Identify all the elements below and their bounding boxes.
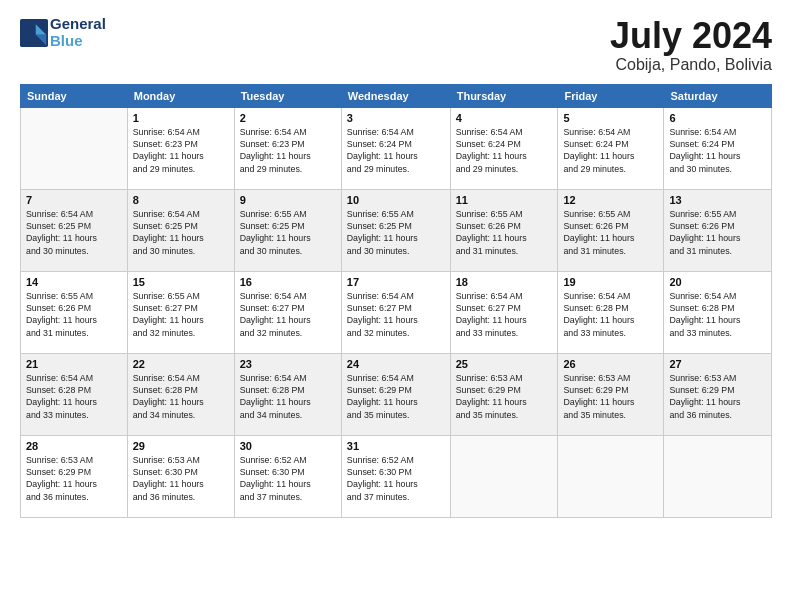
logo-icon	[20, 19, 48, 47]
day-number: 31	[347, 440, 445, 452]
day-info: Sunrise: 6:54 AM Sunset: 6:27 PM Dayligh…	[456, 290, 553, 339]
day-info: Sunrise: 6:54 AM Sunset: 6:28 PM Dayligh…	[26, 372, 122, 421]
day-info: Sunrise: 6:54 AM Sunset: 6:24 PM Dayligh…	[456, 126, 553, 175]
table-row: 15Sunrise: 6:55 AM Sunset: 6:27 PM Dayli…	[127, 271, 234, 353]
day-info: Sunrise: 6:55 AM Sunset: 6:27 PM Dayligh…	[133, 290, 229, 339]
table-row: 3Sunrise: 6:54 AM Sunset: 6:24 PM Daylig…	[341, 107, 450, 189]
calendar-header-row: Sunday Monday Tuesday Wednesday Thursday…	[21, 84, 772, 107]
day-number: 5	[563, 112, 658, 124]
day-number: 12	[563, 194, 658, 206]
day-info: Sunrise: 6:53 AM Sunset: 6:29 PM Dayligh…	[669, 372, 766, 421]
day-info: Sunrise: 6:54 AM Sunset: 6:28 PM Dayligh…	[669, 290, 766, 339]
day-number: 15	[133, 276, 229, 288]
table-row: 7Sunrise: 6:54 AM Sunset: 6:25 PM Daylig…	[21, 189, 128, 271]
table-row: 8Sunrise: 6:54 AM Sunset: 6:25 PM Daylig…	[127, 189, 234, 271]
day-number: 9	[240, 194, 336, 206]
day-number: 7	[26, 194, 122, 206]
day-number: 10	[347, 194, 445, 206]
col-thursday: Thursday	[450, 84, 558, 107]
day-number: 21	[26, 358, 122, 370]
day-info: Sunrise: 6:54 AM Sunset: 6:23 PM Dayligh…	[240, 126, 336, 175]
day-info: Sunrise: 6:54 AM Sunset: 6:28 PM Dayligh…	[563, 290, 658, 339]
table-row: 13Sunrise: 6:55 AM Sunset: 6:26 PM Dayli…	[664, 189, 772, 271]
day-info: Sunrise: 6:52 AM Sunset: 6:30 PM Dayligh…	[347, 454, 445, 503]
day-number: 11	[456, 194, 553, 206]
day-info: Sunrise: 6:53 AM Sunset: 6:30 PM Dayligh…	[133, 454, 229, 503]
day-info: Sunrise: 6:52 AM Sunset: 6:30 PM Dayligh…	[240, 454, 336, 503]
logo: General Blue	[20, 16, 106, 49]
day-number: 18	[456, 276, 553, 288]
table-row: 6Sunrise: 6:54 AM Sunset: 6:24 PM Daylig…	[664, 107, 772, 189]
day-number: 2	[240, 112, 336, 124]
table-row: 22Sunrise: 6:54 AM Sunset: 6:28 PM Dayli…	[127, 353, 234, 435]
day-number: 14	[26, 276, 122, 288]
svg-rect-4	[22, 33, 34, 45]
calendar-week-row: 7Sunrise: 6:54 AM Sunset: 6:25 PM Daylig…	[21, 189, 772, 271]
day-info: Sunrise: 6:53 AM Sunset: 6:29 PM Dayligh…	[563, 372, 658, 421]
day-info: Sunrise: 6:54 AM Sunset: 6:29 PM Dayligh…	[347, 372, 445, 421]
day-info: Sunrise: 6:54 AM Sunset: 6:24 PM Dayligh…	[347, 126, 445, 175]
calendar-week-row: 28Sunrise: 6:53 AM Sunset: 6:29 PM Dayli…	[21, 435, 772, 517]
day-info: Sunrise: 6:53 AM Sunset: 6:29 PM Dayligh…	[26, 454, 122, 503]
table-row	[664, 435, 772, 517]
day-number: 16	[240, 276, 336, 288]
col-monday: Monday	[127, 84, 234, 107]
table-row: 29Sunrise: 6:53 AM Sunset: 6:30 PM Dayli…	[127, 435, 234, 517]
subtitle: Cobija, Pando, Bolivia	[610, 56, 772, 74]
table-row: 4Sunrise: 6:54 AM Sunset: 6:24 PM Daylig…	[450, 107, 558, 189]
table-row: 5Sunrise: 6:54 AM Sunset: 6:24 PM Daylig…	[558, 107, 664, 189]
table-row: 16Sunrise: 6:54 AM Sunset: 6:27 PM Dayli…	[234, 271, 341, 353]
table-row: 24Sunrise: 6:54 AM Sunset: 6:29 PM Dayli…	[341, 353, 450, 435]
day-number: 22	[133, 358, 229, 370]
day-number: 28	[26, 440, 122, 452]
day-info: Sunrise: 6:54 AM Sunset: 6:27 PM Dayligh…	[240, 290, 336, 339]
table-row: 1Sunrise: 6:54 AM Sunset: 6:23 PM Daylig…	[127, 107, 234, 189]
day-info: Sunrise: 6:55 AM Sunset: 6:26 PM Dayligh…	[669, 208, 766, 257]
table-row: 23Sunrise: 6:54 AM Sunset: 6:28 PM Dayli…	[234, 353, 341, 435]
day-info: Sunrise: 6:55 AM Sunset: 6:26 PM Dayligh…	[456, 208, 553, 257]
day-info: Sunrise: 6:55 AM Sunset: 6:26 PM Dayligh…	[26, 290, 122, 339]
month-title: July 2024	[610, 16, 772, 56]
day-number: 30	[240, 440, 336, 452]
day-info: Sunrise: 6:54 AM Sunset: 6:28 PM Dayligh…	[240, 372, 336, 421]
table-row: 25Sunrise: 6:53 AM Sunset: 6:29 PM Dayli…	[450, 353, 558, 435]
day-number: 17	[347, 276, 445, 288]
col-saturday: Saturday	[664, 84, 772, 107]
table-row: 9Sunrise: 6:55 AM Sunset: 6:25 PM Daylig…	[234, 189, 341, 271]
day-info: Sunrise: 6:54 AM Sunset: 6:24 PM Dayligh…	[669, 126, 766, 175]
day-number: 8	[133, 194, 229, 206]
col-friday: Friday	[558, 84, 664, 107]
table-row: 12Sunrise: 6:55 AM Sunset: 6:26 PM Dayli…	[558, 189, 664, 271]
table-row	[21, 107, 128, 189]
table-row: 21Sunrise: 6:54 AM Sunset: 6:28 PM Dayli…	[21, 353, 128, 435]
day-info: Sunrise: 6:55 AM Sunset: 6:25 PM Dayligh…	[240, 208, 336, 257]
calendar-table: Sunday Monday Tuesday Wednesday Thursday…	[20, 84, 772, 518]
day-info: Sunrise: 6:54 AM Sunset: 6:23 PM Dayligh…	[133, 126, 229, 175]
table-row: 14Sunrise: 6:55 AM Sunset: 6:26 PM Dayli…	[21, 271, 128, 353]
day-info: Sunrise: 6:55 AM Sunset: 6:26 PM Dayligh…	[563, 208, 658, 257]
day-number: 4	[456, 112, 553, 124]
day-info: Sunrise: 6:55 AM Sunset: 6:25 PM Dayligh…	[347, 208, 445, 257]
calendar-week-row: 21Sunrise: 6:54 AM Sunset: 6:28 PM Dayli…	[21, 353, 772, 435]
day-number: 3	[347, 112, 445, 124]
table-row	[558, 435, 664, 517]
calendar-week-row: 14Sunrise: 6:55 AM Sunset: 6:26 PM Dayli…	[21, 271, 772, 353]
table-row: 10Sunrise: 6:55 AM Sunset: 6:25 PM Dayli…	[341, 189, 450, 271]
day-number: 29	[133, 440, 229, 452]
table-row: 2Sunrise: 6:54 AM Sunset: 6:23 PM Daylig…	[234, 107, 341, 189]
title-block: July 2024 Cobija, Pando, Bolivia	[610, 16, 772, 74]
table-row: 27Sunrise: 6:53 AM Sunset: 6:29 PM Dayli…	[664, 353, 772, 435]
day-number: 13	[669, 194, 766, 206]
svg-rect-3	[22, 20, 34, 32]
page: General Blue July 2024 Cobija, Pando, Bo…	[0, 0, 792, 612]
table-row: 19Sunrise: 6:54 AM Sunset: 6:28 PM Dayli…	[558, 271, 664, 353]
table-row: 20Sunrise: 6:54 AM Sunset: 6:28 PM Dayli…	[664, 271, 772, 353]
table-row: 26Sunrise: 6:53 AM Sunset: 6:29 PM Dayli…	[558, 353, 664, 435]
table-row: 17Sunrise: 6:54 AM Sunset: 6:27 PM Dayli…	[341, 271, 450, 353]
day-info: Sunrise: 6:54 AM Sunset: 6:24 PM Dayligh…	[563, 126, 658, 175]
day-number: 20	[669, 276, 766, 288]
col-wednesday: Wednesday	[341, 84, 450, 107]
day-info: Sunrise: 6:54 AM Sunset: 6:27 PM Dayligh…	[347, 290, 445, 339]
day-info: Sunrise: 6:53 AM Sunset: 6:29 PM Dayligh…	[456, 372, 553, 421]
col-tuesday: Tuesday	[234, 84, 341, 107]
